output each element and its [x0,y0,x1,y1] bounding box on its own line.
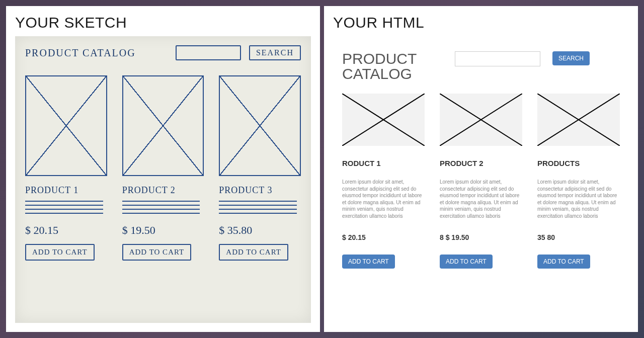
sketch-add-to-cart-button: ADD TO CART [219,244,288,261]
sketch-product-name: PRODUCT 3 [219,185,272,196]
sketch-price: $ 20.15 [25,224,58,237]
sketch-heading: PRODUCT CATALOG [25,47,136,59]
sketch-image-placeholder [122,75,204,176]
add-to-cart-button[interactable]: ADD TO CART [537,255,590,269]
sketch-product-col: PRODUCT 1 $ 20.15 ADD TO CART [25,75,107,261]
image-placeholder-icon [440,94,522,146]
search-button[interactable]: SEARCH [552,51,590,65]
sketch-image-placeholder [25,75,107,176]
product-description: Lorem ipsum dolor sit amet, consectetur … [342,179,425,219]
sketch-image-placeholder [219,75,301,176]
html-panel-title: YOUR HTML [333,14,629,31]
product-description: Lorem ipsum dolor sit amet, consectetur … [440,179,522,219]
sketch-search-input [176,45,241,60]
sketch-product-name: PRODUCT 1 [25,185,78,196]
product-name: PRODUCT 2 [440,159,522,167]
image-placeholder-icon [537,94,620,146]
product-price: 35 80 [537,233,620,241]
sketch-panel-title: YOUR SKETCH [15,14,311,31]
sketch-photo: PRODUCT CATALOG SEARCH PRODUCT 1 $ 20.15… [15,36,311,323]
image-placeholder-icon [342,94,425,146]
product-name: RODUCT 1 [342,159,425,167]
product-card: PRODUCTS Lorem ipsum dolor sit amet, con… [537,94,620,269]
search-input[interactable] [455,51,540,66]
html-panel: YOUR HTML PRODUCT CATALOG SEARCH RODUCT … [324,6,638,332]
product-description: Lorem ipsum dolor sit amet, consectetur … [537,179,620,219]
sketch-price: $ 19.50 [122,224,155,237]
sketch-desc-lines [219,201,301,217]
product-card: PRODUCT 2 Lorem ipsum dolor sit amet, co… [440,94,522,269]
sketch-product-name: PRODUCT 2 [122,185,176,196]
product-name: PRODUCTS [537,159,620,167]
sketch-panel: YOUR SKETCH PRODUCT CATALOG SEARCH PRODU… [6,6,320,332]
add-to-cart-button[interactable]: ADD TO CART [440,255,493,269]
sketch-desc-lines [25,201,107,217]
sketch-product-col: PRODUCT 2 $ 19.50 ADD TO CART [122,75,204,261]
sketch-search-button: SEARCH [249,45,301,60]
add-to-cart-button[interactable]: ADD TO CART [342,255,395,269]
product-price: 8 $ 19.50 [440,233,522,241]
sketch-add-to-cart-button: ADD TO CART [25,244,95,261]
sketch-price: $ 35.80 [219,224,252,237]
sketch-add-to-cart-button: ADD TO CART [122,244,192,261]
product-card: RODUCT 1 Lorem ipsum dolor sit amet, con… [342,94,425,269]
sketch-product-col: PRODUCT 3 $ 35.80 ADD TO CART [219,75,301,261]
product-price: $ 20.15 [342,233,425,241]
catalog-heading: PRODUCT CATALOG [342,51,443,81]
sketch-desc-lines [122,201,204,217]
